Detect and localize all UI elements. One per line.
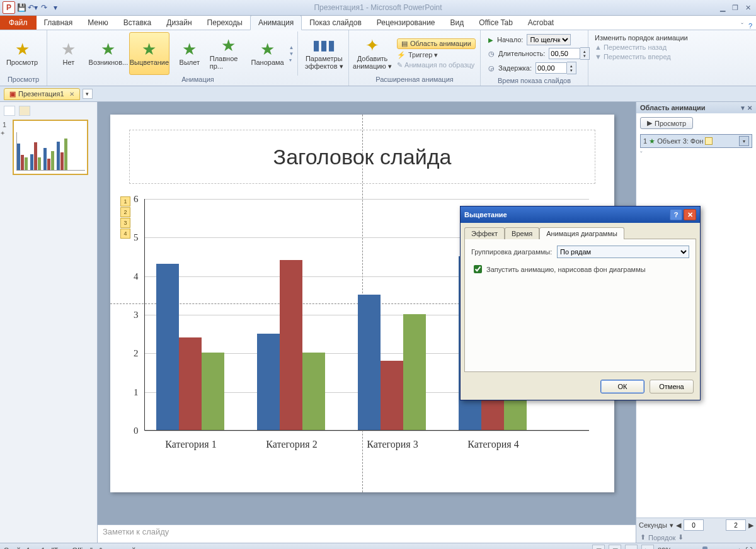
- gallery-more-icon[interactable]: ▾: [289, 57, 294, 63]
- background-checkbox[interactable]: [474, 265, 482, 273]
- duration-input[interactable]: [549, 48, 580, 59]
- tab-acrobat[interactable]: Acrobat: [520, 16, 561, 30]
- ribbon-minimize-icon[interactable]: ˇ: [741, 22, 743, 30]
- star-icon: ★: [649, 137, 655, 145]
- play-animation-button[interactable]: ▶Просмотр: [640, 117, 693, 129]
- fit-window-icon[interactable]: ⛶: [745, 546, 752, 549]
- slides-panel: 1 ✦: [0, 102, 98, 543]
- spinner-icon[interactable]: ▴▾: [567, 62, 576, 74]
- anim-tag[interactable]: 2: [120, 207, 130, 217]
- anim-none[interactable]: ★Нет: [50, 33, 88, 74]
- grouping-label: Группировка диаграммы:: [471, 248, 553, 256]
- slide-title-placeholder[interactable]: Заголовок слайда: [129, 130, 595, 184]
- tab-slideshow[interactable]: Показ слайдов: [302, 16, 369, 30]
- tab-design[interactable]: Дизайн: [159, 16, 199, 30]
- preview-label: Просмотр: [6, 59, 38, 66]
- anim-fade[interactable]: ★Выцветание: [129, 32, 169, 75]
- minimize-icon[interactable]: ▁: [717, 3, 728, 12]
- chart-icon: ▮▮▮: [312, 37, 335, 54]
- tab-transitions[interactable]: Переходы: [200, 16, 250, 30]
- view-slideshow-icon[interactable]: ▶: [641, 545, 654, 549]
- dialog-tab-effect[interactable]: Эффект: [464, 227, 505, 239]
- reorder-up-icon[interactable]: ⬆: [640, 533, 646, 541]
- scroll-left-icon[interactable]: ◀: [676, 521, 681, 529]
- zoom-in-icon[interactable]: +: [738, 546, 742, 549]
- tab-review[interactable]: Рецензирование: [369, 16, 443, 30]
- dialog-title-bar[interactable]: Выцветание ? ✕: [461, 207, 700, 223]
- anim-flyin[interactable]: ★Вылет: [171, 33, 209, 74]
- tab-insert[interactable]: Вставка: [116, 16, 159, 30]
- save-icon[interactable]: 💾: [16, 3, 26, 13]
- star-icon: ★: [260, 41, 275, 57]
- animation-list-item[interactable]: 1 ★ Объект 3: Фон ▾: [640, 134, 752, 148]
- slides-tab-icon[interactable]: [4, 106, 15, 116]
- dropdown-icon[interactable]: ▾: [739, 136, 749, 146]
- anim-appear[interactable]: ★Возникнов...: [89, 33, 128, 74]
- trigger-button[interactable]: ⚡Триггер ▾: [397, 51, 476, 59]
- effect-options-button[interactable]: ▮▮▮ Параметры эффектов ▾: [302, 33, 346, 74]
- delay-input[interactable]: [536, 62, 567, 74]
- tab-list-icon[interactable]: ▾: [83, 89, 93, 99]
- anim-tag[interactable]: 3: [120, 218, 130, 228]
- status-language[interactable]: русский: [111, 546, 135, 549]
- pane-close-icon[interactable]: ✕: [747, 105, 752, 111]
- play-icon: ▶: [488, 37, 493, 43]
- tab-animation[interactable]: Анимация: [250, 15, 302, 30]
- dialog-tab-time[interactable]: Время: [505, 227, 539, 239]
- preview-button[interactable]: ★ Просмотр: [3, 33, 42, 74]
- outline-tab-icon[interactable]: [19, 106, 30, 116]
- redo-icon[interactable]: ↷: [39, 3, 49, 13]
- cancel-button[interactable]: Отмена: [650, 380, 694, 393]
- group-label-preview: Просмотр: [3, 76, 44, 84]
- anim-float[interactable]: ★Плавное пр...: [210, 33, 248, 74]
- anim-panorama[interactable]: ★Панорама: [249, 33, 287, 74]
- start-select[interactable]: По щелчку: [527, 34, 571, 45]
- animation-painter: ✎ Анимация по образцу: [397, 61, 476, 69]
- help-icon[interactable]: ?: [748, 22, 752, 30]
- spellcheck-icon[interactable]: ✎: [99, 546, 105, 550]
- reorder-down-icon[interactable]: ⬇: [678, 533, 684, 541]
- undo-icon[interactable]: ↶▾: [28, 3, 38, 13]
- star-icon: ★: [182, 41, 197, 57]
- expand-icon[interactable]: ˇ: [640, 150, 752, 158]
- qat-more-icon[interactable]: ▾: [50, 3, 60, 13]
- tab-view[interactable]: Вид: [443, 16, 472, 30]
- animation-pane-button[interactable]: ▤Область анимации: [397, 38, 476, 49]
- restore-icon[interactable]: ❐: [730, 3, 741, 12]
- gallery-up-icon[interactable]: ▲: [289, 45, 294, 50]
- dialog-help-icon[interactable]: ?: [670, 209, 682, 220]
- close-tab-icon[interactable]: ✕: [69, 91, 74, 98]
- tab-menu[interactable]: Меню: [80, 16, 115, 30]
- time-end[interactable]: [726, 519, 746, 531]
- pane-icon: ▤: [401, 40, 408, 48]
- dialog-close-icon[interactable]: ✕: [684, 209, 696, 220]
- dialog-tabs: Эффект Время Анимация диаграммы: [461, 223, 700, 239]
- duration-label: Длительность:: [498, 50, 545, 57]
- zoom-out-icon[interactable]: −: [675, 546, 679, 549]
- ok-button[interactable]: ОК: [600, 380, 644, 393]
- view-sorter-icon[interactable]: ▤: [609, 545, 621, 549]
- dropdown-icon[interactable]: ▾: [670, 521, 673, 529]
- zoom-percent[interactable]: 89%: [658, 546, 672, 549]
- anim-tag[interactable]: 4: [120, 229, 130, 239]
- anim-tag[interactable]: 1: [120, 196, 130, 207]
- slide-thumbnail[interactable]: 1 ✦: [4, 120, 93, 175]
- notes-pane[interactable]: Заметки к слайду: [98, 524, 636, 543]
- star-icon: ★: [15, 41, 30, 57]
- dialog-tab-chartanim[interactable]: Анимация диаграммы: [539, 227, 624, 239]
- scroll-right-icon[interactable]: ▶: [748, 521, 753, 529]
- close-icon[interactable]: ✕: [742, 3, 753, 12]
- grouping-select[interactable]: По рядам: [557, 246, 689, 258]
- tab-home[interactable]: Главная: [37, 16, 81, 30]
- gallery-down-icon[interactable]: ▼: [289, 51, 294, 57]
- tab-officetab[interactable]: Office Tab: [471, 16, 520, 30]
- add-animation-button[interactable]: ✦ Добавить анимацию ▾: [352, 33, 393, 74]
- star-icon: ★: [221, 37, 236, 54]
- tab-file[interactable]: Файл: [0, 16, 37, 30]
- group-label-extanim: Расширенная анимация: [352, 76, 478, 84]
- view-normal-icon[interactable]: ▦: [592, 545, 605, 549]
- pane-menu-icon[interactable]: ▼: [740, 105, 746, 111]
- time-start[interactable]: [684, 519, 704, 531]
- document-tab[interactable]: ▣ Презентация1 ✕: [4, 88, 80, 100]
- view-reading-icon[interactable]: ▭: [625, 545, 638, 549]
